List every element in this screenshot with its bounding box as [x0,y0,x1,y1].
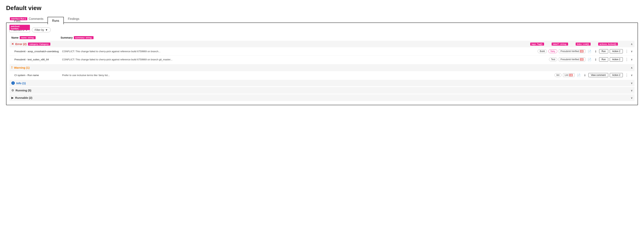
label-chip: Presubmit-Verified -1 [559,57,585,61]
filter-label: Filter by [35,28,44,31]
download-icon-button[interactable]: ⇓ [583,73,587,77]
page-title: Default view [6,4,638,11]
chevron-down-icon: ▼ [45,28,48,31]
tag-chip-lint: lint [554,73,562,77]
category-badge: category: Category; [28,42,50,46]
label-text: Lint [565,74,568,76]
warning-section: ! Warning (1) ∧ CI system - Run name Pre… [10,64,634,79]
error-section-collapse-icon: ∧ [631,42,633,46]
filter-by-button[interactable]: Filter by ▼ [32,27,51,32]
runnable-icon: ▶ [11,96,14,99]
name-column-header: Name [11,36,18,39]
warning-icon: ! [11,66,12,70]
running-section-title: Running (5) [16,89,31,92]
doc-icon-button[interactable]: 📄 [587,49,592,53]
tag-chip: Build [538,49,547,53]
running-section: ⚙ Running (5) ∨ [10,87,634,94]
running-icon: ⚙ [11,89,14,92]
warning-section-collapse-icon: ∧ [631,66,633,69]
tab-findings[interactable]: Findings [64,15,84,22]
doc-icon-button[interactable]: 📄 [587,57,592,62]
label-col-badge: label?: string; [552,42,568,46]
run-summary: CONFLICT: This change failed to cherry-p… [62,50,536,53]
runnable-section: ▶ Runnable (2) ∨ [10,94,634,101]
error-section-title: Error (2) [15,42,26,46]
run-button[interactable]: Run [599,57,608,61]
view-comment-button[interactable]: View comment [588,73,608,77]
label-value: -1 [580,50,584,53]
error-section: ✕ Error (2) category: Category; tags: Ta… [10,41,634,63]
running-section-expand-icon: ∨ [631,89,633,92]
runnable-section-title: Runnable (2) [15,96,32,99]
info-icon: i [11,81,15,85]
row-expand-icon[interactable]: ∨ [631,50,633,53]
run-name: Presubmit - test_suites_x86_64 [11,58,60,61]
run-summary: CONFLICT: This change failed to cherry-p… [62,58,548,61]
action2-button[interactable]: Action 2 [610,73,623,77]
links-col-badge: links: Link[]; [576,42,590,46]
label-value: -1 [569,74,573,76]
error-icon: ✕ [11,42,14,46]
summary-type-badge: summary: string; [74,36,94,39]
more-options-icon[interactable]: ⋮ [624,73,629,78]
name-type-badge: name: string; [20,36,36,39]
tab-files[interactable]: Files [10,17,24,24]
more-options-icon[interactable]: ⋮ [624,49,629,54]
action2-button[interactable]: Action 2 [610,49,623,53]
summary-column-header: Summary [60,36,73,39]
run-name: Presubmit - aosp_crosshatch-userdebug [11,50,60,53]
run-summary: Prefer to use inclusive terms like 'deny… [62,74,553,77]
warning-section-body: CI system - Run name Prefer to use inclu… [10,71,634,79]
info-section-header[interactable]: i Info (1) ∨ [10,80,634,86]
label-chip: Presubmit-Verified -1 [559,49,585,53]
info-section-title: Info (1) [16,82,26,85]
run-button[interactable]: Run [599,49,608,53]
table-row: CI system - Run name Prefer to use inclu… [10,71,634,79]
tag-chip-test: Test [549,57,557,61]
patchset-badge: patchset: number; [10,25,30,30]
info-section: i Info (1) ∨ [10,80,634,86]
run-name: CI system - Run name [11,74,60,77]
label-value: -1 [580,58,584,61]
table-row: Presubmit - aosp_crosshatch-userdebug CO… [10,47,634,55]
running-section-header[interactable]: ⚙ Running (5) ∨ [10,87,634,94]
warning-section-header[interactable]: ! Warning (1) ∧ [10,64,634,71]
info-section-expand-icon: ∨ [631,82,633,85]
more-options-icon[interactable]: ⋮ [624,57,629,62]
label-text: Presubmit-Verified [560,58,579,61]
runnable-section-header[interactable]: ▶ Runnable (2) ∨ [10,94,634,101]
action2-button[interactable]: Action 2 [610,57,623,61]
label-text: Presubmit-Verified [560,50,579,53]
actions-col-badge: actions: Action[]; [598,42,618,46]
row-expand-icon[interactable]: ∨ [631,58,633,61]
tags-col-badge: tags: Tag[]; [530,42,544,46]
tab-comments[interactable]: Comments [24,15,48,22]
runnable-section-expand-icon: ∨ [631,96,633,99]
label-chip: Lint -1 [563,73,574,77]
error-section-body: Presubmit - aosp_crosshatch-userdebug CO… [10,47,634,63]
error-section-header[interactable]: ✕ Error (2) category: Category; tags: Ta… [10,41,634,47]
doc-icon-button[interactable]: 📄 [576,73,581,77]
warning-section-title: Warning (1) [14,66,30,69]
tab-runs[interactable]: Runs [48,17,64,24]
tag-chip-flaky: flaky [548,49,557,53]
download-icon-button[interactable]: ⇓ [594,49,598,53]
download-icon-button[interactable]: ⇓ [594,57,598,62]
row-expand-icon[interactable]: ∨ [631,74,633,77]
table-row: Presubmit - test_suites_x86_64 CONFLICT:… [10,55,634,63]
